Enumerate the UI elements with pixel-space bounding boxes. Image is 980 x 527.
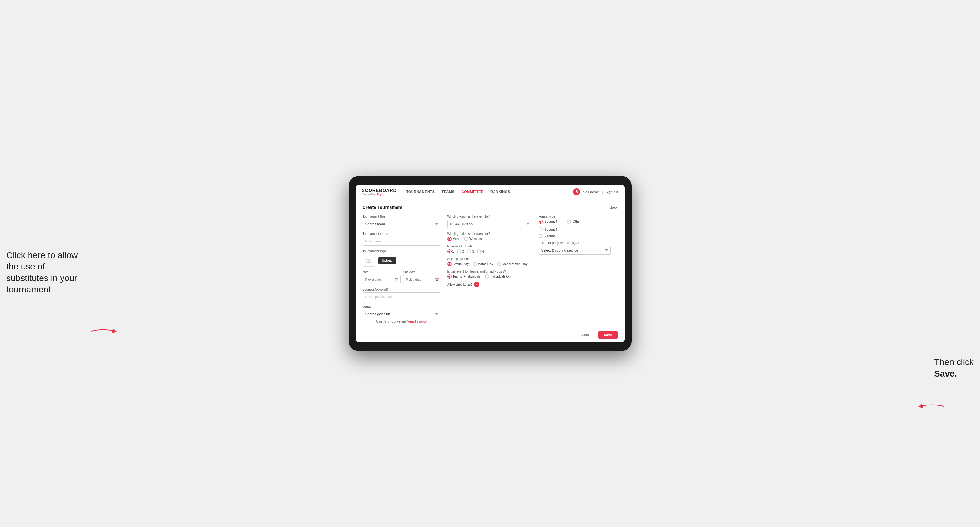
- calendar-icon-2: 📅: [435, 278, 439, 282]
- back-link[interactable]: ‹ Back: [608, 205, 617, 209]
- logo-area: SCOREBOARD Powered by clippd: [362, 188, 397, 196]
- scoring-stroke-radio[interactable]: [447, 262, 452, 266]
- save-button[interactable]: Save: [598, 331, 618, 338]
- end-date-field: End date 📅: [403, 270, 441, 284]
- gender-radio-group: Mens Womens: [447, 237, 532, 241]
- gender-mens[interactable]: Mens: [447, 237, 460, 241]
- annotation-left: Click here to allow the use of substitut…: [6, 250, 88, 295]
- venue-email-link[interactable]: email support: [409, 320, 427, 323]
- tournament-host-select[interactable]: Search team: [363, 219, 441, 228]
- end-date-wrap: 📅: [403, 275, 441, 284]
- rounds-label: Number of rounds: [447, 244, 532, 248]
- tournament-logo-group: Tournament logo Upload: [363, 249, 441, 267]
- gender-womens[interactable]: Womens: [464, 237, 482, 241]
- content-area: Create Tournament ‹ Back Tournament Host…: [356, 199, 625, 327]
- start-date-label: date: [363, 270, 401, 274]
- form-grid: Tournament Host Search team Tournament n…: [363, 215, 618, 327]
- teams-radio-group: Teams (+Individuals) Individuals Only: [447, 275, 532, 279]
- teams-group: Is this event for Teams and/or Individua…: [447, 270, 532, 279]
- nav-committee[interactable]: COMMITTEE: [461, 185, 484, 198]
- round-1[interactable]: 1: [447, 249, 454, 254]
- logo-clippd: clippd: [376, 193, 383, 196]
- tournament-logo-label: Tournament logo: [363, 249, 441, 253]
- col-left: Tournament Host Search team Tournament n…: [363, 215, 441, 327]
- gender-label: Which gender is the event for?: [447, 232, 532, 235]
- start-date-field: date 📅: [363, 270, 401, 284]
- tournament-name-input[interactable]: [363, 237, 441, 246]
- individuals-only-radio[interactable]: [485, 275, 489, 279]
- scoring-match-radio[interactable]: [473, 262, 477, 266]
- round-1-radio[interactable]: [447, 249, 452, 254]
- sponsor-input[interactable]: [363, 292, 441, 301]
- rounds-radio-group: 1 2 3 4: [447, 249, 532, 254]
- scoring-api-label: Use third-party live scoring API?: [539, 241, 611, 244]
- form-footer: Cancel Save: [356, 327, 625, 342]
- round-2[interactable]: 2: [457, 249, 464, 254]
- venue-hint: Can't find your venue? email support: [363, 320, 441, 323]
- format-6count4-radio[interactable]: [539, 227, 542, 232]
- venue-label: Venue: [363, 305, 441, 308]
- cancel-button[interactable]: Cancel: [577, 331, 595, 338]
- format-5count4[interactable]: 5 count 4: [539, 219, 557, 224]
- scoring-match[interactable]: Match Play: [473, 262, 493, 266]
- teams-plus-radio[interactable]: [447, 275, 452, 279]
- nav-links: TOURNAMENTS TEAMS COMMITTEE RANKINGS: [406, 185, 573, 198]
- gender-mens-radio[interactable]: [447, 237, 452, 241]
- format-6count5-radio[interactable]: [539, 234, 542, 238]
- venue-group: Venue Search golf club Can't find your v…: [363, 305, 441, 323]
- substitutes-checkbox[interactable]: ✓: [474, 283, 479, 287]
- format-label: Format type: [539, 215, 611, 218]
- format-6count5[interactable]: 6 count 5: [539, 234, 611, 238]
- teams-plus[interactable]: Teams (+Individuals): [447, 275, 482, 279]
- tournament-host-group: Tournament Host Search team: [363, 215, 441, 228]
- substitutes-group: Allow substitutes? ✓: [447, 283, 532, 287]
- col-mid: Which division is the event for? NCAA Di…: [447, 215, 532, 327]
- format-other[interactable]: Other: [567, 219, 581, 224]
- tournament-host-label: Tournament Host: [363, 215, 441, 218]
- end-date-label: End date: [403, 270, 441, 274]
- nav-avatar: B: [573, 189, 580, 195]
- rounds-group: Number of rounds 1 2: [447, 244, 532, 254]
- substitutes-row: Allow substitutes? ✓: [447, 283, 532, 287]
- annotation-right: Then click Save.: [934, 356, 974, 379]
- round-3-radio[interactable]: [467, 249, 471, 254]
- individuals-only[interactable]: Individuals Only: [485, 275, 513, 279]
- arrow-right-icon: [919, 402, 944, 411]
- nav-rankings[interactable]: RANKINGS: [490, 185, 510, 198]
- scoring-radio-group: Stroke Play Match Play Medal Match Play: [447, 262, 532, 266]
- teams-label: Is this event for Teams and/or Individua…: [447, 270, 532, 273]
- gender-group: Which gender is the event for? Mens Wome…: [447, 232, 532, 241]
- nav-teams[interactable]: TEAMS: [441, 185, 454, 198]
- nav-bar: SCOREBOARD Powered by clippd TOURNAMENTS…: [356, 185, 625, 199]
- format-5count4-radio[interactable]: [539, 219, 542, 224]
- substitutes-label: Allow substitutes?: [447, 283, 473, 286]
- scoring-medal-radio[interactable]: [497, 262, 501, 266]
- scoring-stroke[interactable]: Stroke Play: [447, 262, 469, 266]
- start-date-wrap: 📅: [363, 275, 401, 284]
- round-4[interactable]: 4: [477, 249, 484, 254]
- gender-womens-radio[interactable]: [464, 237, 468, 241]
- format-6count4[interactable]: 6 count 4: [539, 227, 611, 232]
- division-select[interactable]: NCAA Division I: [447, 219, 532, 228]
- calendar-icon: 📅: [395, 278, 399, 282]
- upload-button[interactable]: Upload: [378, 257, 396, 264]
- col-right: Format type 5 count 4 Other: [539, 215, 611, 327]
- svg-point-1: [368, 259, 368, 260]
- tablet-device: SCOREBOARD Powered by clippd TOURNAMENTS…: [349, 176, 632, 351]
- scoring-medal[interactable]: Medal Match Play: [497, 262, 527, 266]
- scoring-api-select[interactable]: Select & scoring service: [539, 246, 611, 255]
- venue-select[interactable]: Search golf club: [363, 310, 441, 319]
- scoring-label: Scoring system: [447, 257, 532, 261]
- page-header: Create Tournament ‹ Back: [363, 205, 618, 210]
- division-label: Which division is the event for?: [447, 215, 532, 218]
- round-4-radio[interactable]: [477, 249, 481, 254]
- round-3[interactable]: 3: [467, 249, 474, 254]
- nav-signout[interactable]: Sign out: [606, 190, 618, 194]
- sponsor-group: Sponsor (optional): [363, 288, 441, 301]
- nav-user: B blair admin | Sign out: [573, 189, 618, 195]
- tournament-name-group: Tournament name: [363, 232, 441, 246]
- page-title: Create Tournament: [363, 205, 402, 210]
- round-2-radio[interactable]: [457, 249, 461, 254]
- format-other-radio[interactable]: [567, 219, 571, 224]
- nav-tournaments[interactable]: TOURNAMENTS: [406, 185, 435, 198]
